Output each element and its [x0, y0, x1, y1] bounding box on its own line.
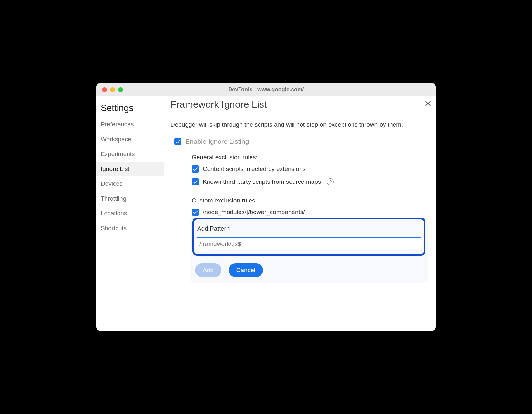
- settings-sidebar: Settings Preferences Workspace Experimen…: [96, 96, 164, 331]
- window-title: DevTools - www.google.com/: [96, 86, 436, 93]
- sidebar-item-preferences[interactable]: Preferences: [96, 117, 164, 132]
- custom-rules-label: Custom exclusion rules:: [170, 197, 429, 204]
- window-controls: [102, 87, 123, 92]
- checkbox-icon[interactable]: [192, 165, 199, 172]
- sidebar-item-devices[interactable]: Devices: [96, 176, 164, 191]
- checkbox-icon[interactable]: [174, 138, 181, 145]
- close-icon[interactable]: [424, 99, 433, 108]
- sidebar-item-experiments[interactable]: Experiments: [96, 147, 164, 162]
- enable-ignore-label: Enable Ignore Listing: [185, 138, 249, 145]
- sidebar-item-workspace[interactable]: Workspace: [96, 132, 164, 147]
- page-description: Debugger will skip through the scripts a…: [170, 121, 429, 129]
- general-rules-label: General exclusion rules:: [170, 154, 429, 161]
- sidebar-item-ignore-list[interactable]: Ignore List: [96, 162, 164, 176]
- rule-third-party-row[interactable]: Known third-party scripts from source ma…: [170, 178, 429, 185]
- sidebar-item-locations[interactable]: Locations: [96, 206, 164, 221]
- sidebar-title: Settings: [96, 100, 164, 117]
- devtools-window: DevTools - www.google.com/ Settings Pref…: [96, 83, 436, 331]
- pattern-buttons: Add Cancel: [194, 263, 424, 277]
- checkbox-icon[interactable]: [192, 178, 199, 185]
- close-window-icon[interactable]: [102, 87, 107, 92]
- rule-content-scripts-label: Content scripts injected by extensions: [203, 165, 306, 172]
- checkbox-icon[interactable]: [192, 209, 199, 216]
- titlebar: DevTools - www.google.com/: [96, 83, 436, 96]
- add-pattern-label: Add Pattern: [196, 222, 422, 237]
- minimize-window-icon[interactable]: [110, 87, 115, 92]
- pattern-input[interactable]: [196, 237, 422, 251]
- sidebar-item-shortcuts[interactable]: Shortcuts: [96, 221, 164, 236]
- enable-ignore-listing-row[interactable]: Enable Ignore Listing: [170, 138, 429, 145]
- custom-rule-label: /node_modules/|/bower_components/: [203, 209, 305, 216]
- help-icon[interactable]: ?: [327, 178, 334, 185]
- content: Settings Preferences Workspace Experimen…: [96, 96, 436, 331]
- main-panel: Framework Ignore List Debugger will skip…: [164, 96, 436, 331]
- rule-content-scripts-row[interactable]: Content scripts injected by extensions: [170, 165, 429, 172]
- add-button[interactable]: Add: [195, 263, 221, 277]
- cancel-button[interactable]: Cancel: [229, 263, 263, 277]
- rule-third-party-label: Known third-party scripts from source ma…: [203, 178, 321, 185]
- page-title: Framework Ignore List: [170, 99, 429, 115]
- add-pattern-highlight: Add Pattern: [192, 218, 425, 256]
- sidebar-item-throttling[interactable]: Throttling: [96, 191, 164, 206]
- custom-rule-row[interactable]: /node_modules/|/bower_components/: [170, 209, 429, 216]
- zoom-window-icon[interactable]: [118, 87, 123, 92]
- add-pattern-card: Add Pattern Add Cancel: [190, 218, 428, 283]
